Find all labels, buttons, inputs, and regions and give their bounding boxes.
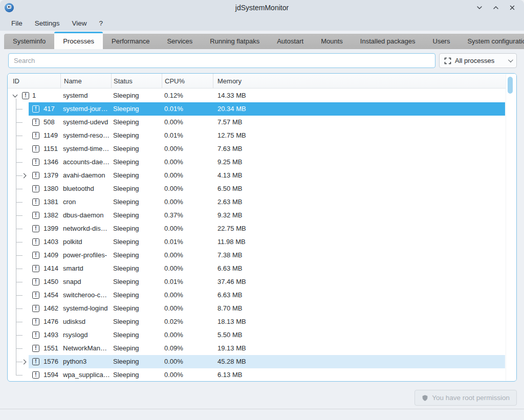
cell-memory: 6.13 MB <box>217 368 320 382</box>
cell-status: Sleeping <box>113 156 162 169</box>
cell-memory: 37.46 MB <box>217 275 320 289</box>
process-icon: ! <box>32 252 39 259</box>
column-separator[interactable] <box>162 74 162 88</box>
chevron-right-icon[interactable] <box>21 173 27 178</box>
root-permission-button[interactable]: You have root permission <box>414 390 517 406</box>
column-header-id[interactable]: ID <box>13 74 19 89</box>
table-row[interactable]: !1systemdSleeping0.12%14.33 MB <box>8 89 505 102</box>
column-header-name[interactable]: Name <box>64 74 82 89</box>
table-row[interactable]: !1493rsyslogdSleeping0.00%5.50 MB <box>8 328 505 342</box>
cell-cpu: 0.01% <box>164 235 213 249</box>
table-row[interactable]: !1380bluetoothdSleeping0.00%6.50 MB <box>8 182 505 195</box>
table-row[interactable]: !1462systemd-logindSleeping0.00%8.70 MB <box>8 302 505 315</box>
cell-status: Sleeping <box>113 102 162 116</box>
cell-name: polkitd <box>63 235 112 249</box>
table-row[interactable]: !1399networkd-dis…Sleeping0.00%22.75 MB <box>8 222 505 235</box>
menu-item-view[interactable]: View <box>67 17 92 29</box>
column-header-cpu[interactable]: CPU% <box>165 74 185 89</box>
cell-name: wpa_supplica… <box>63 368 112 382</box>
menu-item-[interactable]: ? <box>94 17 108 29</box>
column-separator[interactable] <box>60 74 61 88</box>
table-row[interactable]: !1409power-profiles-Sleeping0.00%7.38 MB <box>8 249 505 262</box>
tab-systeminfo[interactable]: Systeminfo <box>4 34 54 49</box>
cell-name: rsyslogd <box>63 328 112 342</box>
column-separator[interactable] <box>213 74 213 88</box>
table-row[interactable]: !1576python3Sleeping0.00%45.28 MB <box>8 355 505 368</box>
cell-cpu: 0.00% <box>164 195 213 209</box>
app-robot-icon <box>5 3 14 12</box>
tree-line <box>16 122 23 123</box>
table-row[interactable]: !417systemd-jour…Sleeping0.01%20.34 MB <box>8 102 505 116</box>
table-row[interactable]: !1382dbus-daemonSleeping0.37%9.32 MB <box>8 209 505 222</box>
table-row[interactable]: !1594wpa_supplica…Sleeping0.00%6.13 MB <box>8 368 505 382</box>
minimize-icon[interactable] <box>474 2 485 13</box>
cell-id: 1450 <box>43 275 58 289</box>
cell-cpu: 0.00% <box>164 302 213 315</box>
cell-status: Sleeping <box>113 142 162 156</box>
process-filter-value: All processes <box>455 57 505 64</box>
close-icon[interactable] <box>507 2 518 13</box>
tabbar: SysteminfoProcessesPerformanceServicesRu… <box>4 32 524 49</box>
chevron-down-icon[interactable] <box>13 93 18 98</box>
cell-id: 1551 <box>43 342 58 355</box>
column-header-status[interactable]: Status <box>114 74 133 89</box>
tab-system-configuration[interactable]: System configuration <box>458 34 524 49</box>
cell-memory: 6.63 MB <box>217 289 320 302</box>
cell-id: 1409 <box>43 249 58 262</box>
maximize-icon[interactable] <box>490 2 501 13</box>
cell-name: systemd <box>63 89 112 102</box>
table-row[interactable]: !1414smartdSleeping0.00%6.63 MB <box>8 262 505 275</box>
tree-line <box>16 189 23 189</box>
search-input[interactable] <box>8 53 435 68</box>
cell-name: power-profiles- <box>63 249 112 262</box>
cell-id: 1346 <box>43 156 58 169</box>
cell-status: Sleeping <box>113 342 162 355</box>
menu-item-file[interactable]: File <box>6 17 28 29</box>
tab-mounts[interactable]: Mounts <box>312 34 352 49</box>
cell-memory: 5.50 MB <box>217 328 320 342</box>
cell-status: Sleeping <box>113 355 162 368</box>
tab-running-flatpaks[interactable]: Running flatpaks <box>201 34 268 49</box>
cell-cpu: 0.00% <box>164 262 213 275</box>
column-header-memory[interactable]: Memory <box>217 74 242 89</box>
cell-name: accounts-dae… <box>63 156 112 169</box>
process-icon: ! <box>32 278 39 285</box>
table-row[interactable]: !1381cronSleeping0.00%2.63 MB <box>8 195 505 209</box>
table-row[interactable]: !1149systemd-reso…Sleeping0.01%12.75 MB <box>8 129 505 142</box>
table-row[interactable]: !1454switcheroo-c…Sleeping0.00%6.63 MB <box>8 289 505 302</box>
tab-services[interactable]: Services <box>158 34 201 49</box>
table-row[interactable]: !1476udisksdSleeping0.02%18.13 MB <box>8 315 505 328</box>
cell-cpu: 0.00% <box>164 222 213 235</box>
cell-id: 1414 <box>43 262 58 275</box>
scrollbar-thumb[interactable] <box>508 77 513 94</box>
chevron-right-icon[interactable] <box>21 359 27 364</box>
column-separator[interactable] <box>111 74 112 88</box>
menu-item-settings[interactable]: Settings <box>30 17 65 29</box>
process-icon: ! <box>32 292 39 299</box>
cell-cpu: 0.00% <box>164 169 213 182</box>
tree-line <box>16 322 23 322</box>
table-header: IDNameStatusCPU%Memory <box>8 74 516 89</box>
cell-id: 508 <box>43 116 55 129</box>
tab-installed-packages[interactable]: Installed packages <box>352 34 424 49</box>
process-filter-dropdown[interactable]: All processes <box>439 53 517 68</box>
table-row[interactable]: !1403polkitdSleeping0.01%11.98 MB <box>8 235 505 249</box>
chevron-down-icon <box>508 57 513 62</box>
table-row[interactable]: !508systemd-udevdSleeping0.00%7.57 MB <box>8 116 505 129</box>
tab-users[interactable]: Users <box>424 34 459 49</box>
table-row[interactable]: !1450snapdSleeping0.01%37.46 MB <box>8 275 505 289</box>
cell-id: 1382 <box>43 209 58 222</box>
table-row[interactable]: !1346accounts-dae…Sleeping0.00%9.25 MB <box>8 156 505 169</box>
tab-performance[interactable]: Performance <box>103 34 158 49</box>
cell-cpu: 0.00% <box>164 142 213 156</box>
table-row[interactable]: !1379avahi-daemonSleeping0.00%4.13 MB <box>8 169 505 182</box>
cell-cpu: 0.12% <box>164 89 213 102</box>
tree-line <box>16 282 23 282</box>
cell-status: Sleeping <box>113 209 162 222</box>
tree-line <box>16 269 23 269</box>
table-row[interactable]: !1151systemd-time…Sleeping0.00%7.63 MB <box>8 142 505 156</box>
tab-autostart[interactable]: Autostart <box>268 34 312 49</box>
tab-processes[interactable]: Processes <box>54 32 103 49</box>
table-row[interactable]: !1551NetworkMan…Sleeping0.09%19.13 MB <box>8 342 505 355</box>
vertical-scrollbar[interactable] <box>506 74 516 381</box>
